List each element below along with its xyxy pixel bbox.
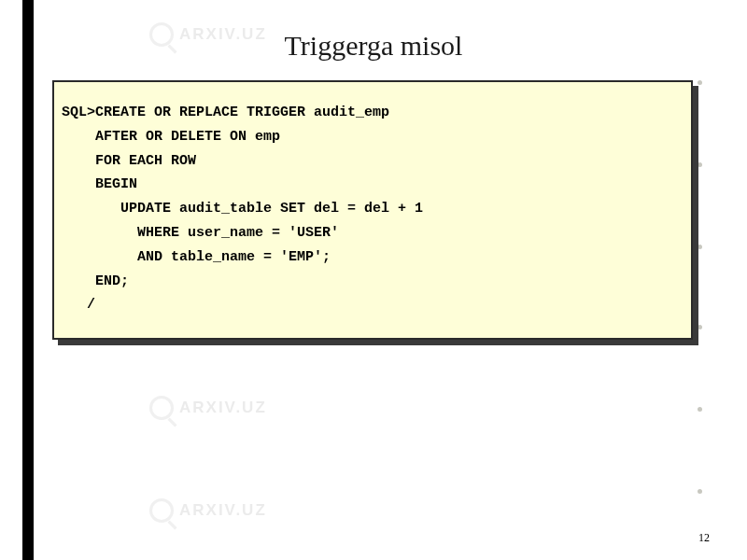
watermark-text: ARXIV.UZ (179, 399, 267, 417)
decorative-dot (698, 489, 702, 494)
watermark: ARXIV.UZ (149, 396, 267, 420)
code-line: FOR EACH ROW (62, 153, 196, 169)
decorative-dot (698, 407, 702, 412)
code-block: SQL>CREATE OR REPLACE TRIGGER audit_emp … (52, 80, 693, 340)
code-line: SQL>CREATE OR REPLACE TRIGGER audit_emp (62, 105, 389, 120)
code-line: WHERE user_name = 'USER' (62, 225, 339, 241)
code-line: / (62, 297, 95, 313)
magnifier-icon (149, 498, 174, 523)
page-number: 12 (698, 531, 710, 545)
slide-title: Triggerga misol (0, 30, 747, 62)
magnifier-icon (149, 396, 174, 420)
code-line: END; (62, 273, 129, 289)
watermark-text: ARXIV.UZ (179, 501, 267, 520)
slide-left-border (22, 0, 34, 560)
code-line: BEGIN (62, 176, 137, 192)
watermark: ARXIV.UZ (149, 498, 267, 523)
decorative-dot (698, 80, 702, 85)
code-line: AFTER OR DELETE ON emp (62, 129, 280, 145)
code-line: UPDATE audit_table SET del = del + 1 (62, 201, 423, 217)
code-line: AND table_name = 'EMP'; (62, 249, 331, 265)
